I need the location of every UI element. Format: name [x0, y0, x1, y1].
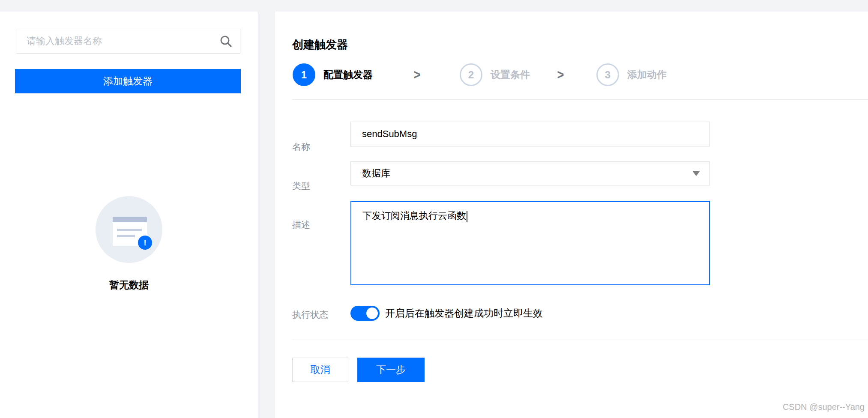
trigger-type-select[interactable]: 数据库: [350, 161, 710, 185]
trigger-list-sidebar: 添加触发器 ! 暂无数据: [0, 12, 258, 418]
description-label: 描述: [292, 219, 310, 231]
name-label: 名称: [292, 141, 310, 153]
search-input[interactable]: [16, 36, 219, 47]
document-icon-header: [113, 217, 147, 222]
chevron-right-icon: >: [557, 67, 564, 83]
step-add-action: 3 添加动作: [596, 63, 667, 86]
step-set-conditions: 2 设置条件: [460, 63, 530, 86]
next-step-button[interactable]: 下一步: [357, 358, 425, 382]
selected-option-label: 数据库: [362, 167, 390, 180]
dropdown-caret-icon: [692, 171, 700, 176]
status-row: 开启后在触发器创建成功时立即生效: [350, 306, 543, 321]
chevron-right-icon: >: [413, 67, 420, 83]
divider: [292, 340, 868, 340]
type-label: 类型: [292, 180, 310, 192]
description-text: 下发订阅消息执行云函数: [362, 210, 466, 221]
text-cursor: [467, 211, 467, 222]
watermark-text: CSDN @super--Yang: [783, 402, 865, 412]
description-textarea[interactable]: 下发订阅消息执行云函数: [350, 201, 710, 285]
step-label: 配置触发器: [323, 68, 373, 81]
search-icon[interactable]: [219, 35, 232, 48]
document-icon-line: [117, 235, 135, 237]
step-number-badge: 3: [596, 63, 619, 86]
step-number-badge: 2: [460, 63, 482, 86]
step-number-badge: 1: [293, 63, 315, 86]
trigger-search-box: [16, 29, 240, 54]
empty-state: ! 暂无数据: [0, 196, 258, 292]
status-label: 执行状态: [292, 309, 328, 321]
add-trigger-button[interactable]: 添加触发器: [15, 69, 241, 93]
toggle-knob: [366, 308, 378, 319]
page-title: 创建触发器: [292, 37, 348, 52]
cancel-button[interactable]: 取消: [292, 358, 348, 382]
document-icon: !: [113, 217, 147, 246]
step-label: 添加动作: [627, 68, 667, 81]
empty-state-illustration: !: [96, 196, 162, 263]
step-configure-trigger: 1 配置触发器: [293, 63, 373, 86]
app-screen: 添加触发器 ! 暂无数据 创建触发器 1 配置触发器 > 2: [0, 0, 868, 418]
step-label: 设置条件: [491, 68, 530, 81]
exclamation-badge-icon: !: [138, 236, 152, 250]
empty-state-text: 暂无数据: [0, 278, 258, 292]
trigger-name-input[interactable]: [350, 122, 710, 146]
create-trigger-panel: 创建触发器 1 配置触发器 > 2 设置条件 > 3 添加动作 名称 类型 数据…: [275, 12, 868, 418]
wizard-steps: 1 配置触发器 > 2 设置条件 > 3 添加动作: [275, 63, 868, 86]
status-toggle[interactable]: [350, 306, 380, 321]
document-icon-line: [117, 229, 142, 231]
divider: [292, 99, 868, 100]
status-hint: 开启后在触发器创建成功时立即生效: [385, 307, 543, 320]
